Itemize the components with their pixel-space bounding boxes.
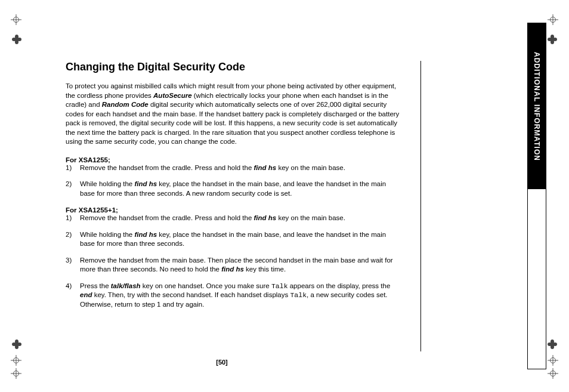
step-body: While holding the find hs key, place the…: [80, 180, 403, 198]
crop-mark-icon: [548, 14, 558, 25]
list-item: 4) Press the talk/flash key on one hands…: [66, 282, 403, 310]
step-number: 1): [66, 163, 80, 173]
key-name: end: [80, 291, 92, 298]
list-item: 3) Remove the handset from the main base…: [66, 256, 403, 274]
crop-mark-icon: [548, 368, 558, 379]
step-number: 2): [66, 180, 80, 198]
key-name: talk/flash: [111, 282, 141, 289]
registration-mark-icon: [12, 35, 21, 44]
page-title: Changing the Digital Security Code: [66, 61, 403, 73]
step-number: 2): [66, 230, 80, 249]
crop-mark-icon: [11, 368, 21, 379]
section-tab-label: ADDITIONAL INFORMATION: [533, 52, 541, 161]
list-item: 1) Remove the handset from the cradle. P…: [66, 163, 403, 173]
key-name: find hs: [134, 231, 157, 238]
key-name: find hs: [254, 164, 277, 171]
page-number: [50]: [23, 359, 421, 366]
crop-mark-icon: [548, 355, 558, 366]
crop-mark-icon: [11, 14, 21, 25]
term-autosecure: AutoSecure: [153, 92, 192, 99]
step-number: 3): [66, 256, 80, 274]
registration-mark-icon: [548, 339, 557, 349]
list-item: 2) While holding the find hs key, place …: [66, 230, 403, 249]
term-random-code: Random Code: [102, 101, 149, 108]
step-body: Remove the handset from the cradle. Pres…: [80, 163, 403, 173]
page-frame: ADDITIONAL INFORMATION Changing the Digi…: [23, 23, 546, 369]
registration-mark-icon: [548, 35, 557, 44]
registration-mark-icon: [12, 339, 21, 349]
step-number: 1): [66, 214, 80, 223]
display-text: Talk: [290, 291, 307, 299]
key-name: find hs: [254, 214, 277, 221]
steps-list-b: 1) Remove the handset from the cradle. P…: [66, 214, 403, 309]
model-label-xsa1255: For XSA1255;: [66, 156, 403, 163]
section-tab-bar: ADDITIONAL INFORMATION: [527, 23, 546, 369]
key-name: find hs: [221, 266, 244, 273]
model-label-xsa1255plus1: For XSA1255+1;: [66, 206, 403, 214]
body-text-region: Changing the Digital Security Code To pr…: [66, 61, 421, 351]
section-tab-active: ADDITIONAL INFORMATION: [528, 23, 546, 189]
intro-paragraph: To protect you against misbilled calls w…: [66, 82, 403, 147]
key-name: find hs: [134, 180, 157, 187]
step-body: Press the talk/flash key on one handset.…: [80, 282, 403, 310]
display-text: Talk: [271, 282, 288, 290]
step-body: While holding the find hs key, place the…: [80, 230, 403, 249]
list-item: 1) Remove the handset from the cradle. P…: [66, 214, 403, 223]
step-number: 4): [66, 282, 80, 310]
steps-list-a: 1) Remove the handset from the cradle. P…: [66, 163, 403, 199]
list-item: 2) While holding the find hs key, place …: [66, 180, 403, 198]
crop-mark-icon: [11, 355, 21, 366]
step-body: Remove the handset from the main base. T…: [80, 256, 403, 274]
step-body: Remove the handset from the cradle. Pres…: [80, 214, 403, 223]
